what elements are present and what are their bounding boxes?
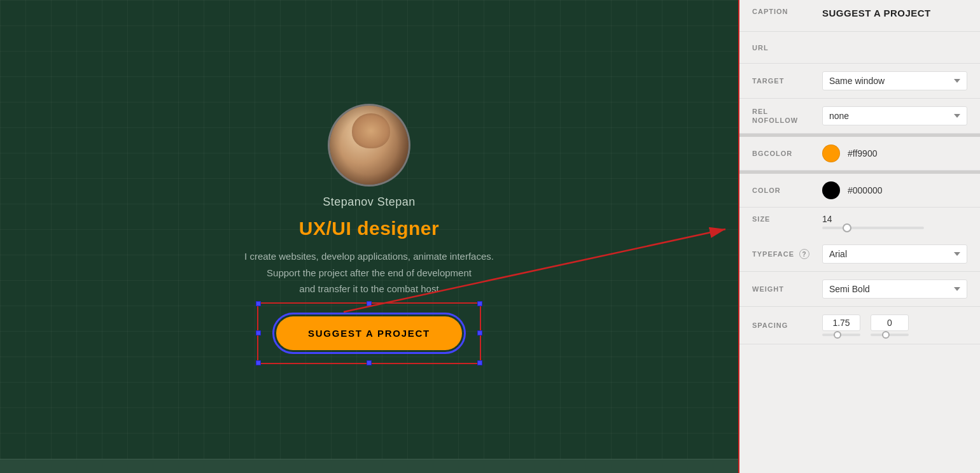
weight-row: WEIGHT Semi Bold xyxy=(739,272,980,307)
avatar-face xyxy=(330,104,409,187)
canvas-area: Stepanov Stepan UX/UI designer I create … xyxy=(0,0,738,473)
typeface-chevron-icon xyxy=(954,252,960,256)
spacing-input-2 xyxy=(871,314,909,336)
bgcolor-row: BGCOLOR #ff9900 xyxy=(739,137,980,171)
weight-select[interactable]: Semi Bold xyxy=(822,279,967,299)
rel-row: REL NOFOLLOW none xyxy=(739,99,980,134)
rel-label: REL NOFOLLOW xyxy=(752,107,822,125)
caption-row: CAPTION SUGGEST A PROJECT xyxy=(739,0,980,32)
canvas-content: Stepanov Stepan UX/UI designer I create … xyxy=(244,104,494,350)
suggest-button[interactable]: SUGGEST A PROJECT xyxy=(276,316,462,350)
typeface-value: Arial xyxy=(829,249,847,259)
target-row: TARGET Same window xyxy=(739,64,980,99)
spacing-value-2[interactable] xyxy=(871,314,909,331)
color-value: #000000 xyxy=(848,185,967,195)
url-label: URL xyxy=(752,44,822,52)
bgcolor-label: BGCOLOR xyxy=(752,150,822,157)
rel-value: none xyxy=(829,111,849,121)
typeface-select[interactable]: Arial xyxy=(822,244,967,264)
spacing-slider-thumb-1[interactable] xyxy=(834,331,841,339)
weight-label: WEIGHT xyxy=(752,285,822,293)
person-name: Stepanov Stepan xyxy=(323,195,416,209)
spacing-inputs xyxy=(822,314,909,336)
rel-chevron-icon xyxy=(954,114,960,118)
person-description: I create websites, develop applications,… xyxy=(244,248,494,297)
handle-bm[interactable] xyxy=(367,360,372,365)
spacing-label: SPACING xyxy=(752,321,822,329)
target-label: TARGET xyxy=(752,77,822,85)
handle-mr[interactable] xyxy=(477,330,482,335)
button-wrapper: SUGGEST A PROJECT xyxy=(276,316,462,350)
target-value: Same window xyxy=(829,76,885,86)
spacing-input-1 xyxy=(822,314,860,336)
person-title: UX/UI designer xyxy=(299,218,439,239)
spacing-slider-thumb-2[interactable] xyxy=(882,331,890,339)
color-row: COLOR #000000 xyxy=(739,174,980,208)
handle-bl[interactable] xyxy=(256,360,261,365)
target-select[interactable]: Same window xyxy=(822,71,967,90)
spacing-slider-2[interactable] xyxy=(871,334,909,336)
color-swatch[interactable] xyxy=(822,181,840,199)
size-value: 14 xyxy=(822,214,967,224)
properties-panel: CAPTION SUGGEST A PROJECT URL TARGET Sam… xyxy=(738,0,980,473)
typeface-help-icon[interactable]: ? xyxy=(799,249,809,259)
spacing-slider-1[interactable] xyxy=(822,334,860,336)
caption-value: SUGGEST A PROJECT xyxy=(822,8,931,18)
spacing-value-1[interactable] xyxy=(822,314,860,331)
weight-chevron-icon xyxy=(954,287,960,291)
handle-tm[interactable] xyxy=(367,301,372,306)
size-row: SIZE 14 xyxy=(739,208,980,227)
handle-tl[interactable] xyxy=(256,301,261,306)
url-input[interactable] xyxy=(822,43,967,53)
handle-br[interactable] xyxy=(477,360,482,365)
typeface-label: TYPEFACE ? xyxy=(752,249,822,259)
rel-select[interactable]: none xyxy=(822,106,967,125)
ruler-bottom xyxy=(0,459,738,473)
size-label: SIZE xyxy=(752,215,822,223)
bgcolor-swatch[interactable] xyxy=(822,145,840,162)
size-slider-thumb[interactable] xyxy=(843,223,851,232)
weight-value: Semi Bold xyxy=(829,284,870,294)
avatar xyxy=(328,104,410,187)
handle-tr[interactable] xyxy=(477,301,482,306)
caption-label: CAPTION xyxy=(752,8,822,15)
size-slider-container xyxy=(739,227,980,237)
handle-ml[interactable] xyxy=(256,330,261,335)
spacing-row: SPACING xyxy=(739,307,980,344)
typeface-row: TYPEFACE ? Arial xyxy=(739,237,980,272)
target-chevron-icon xyxy=(954,79,960,83)
size-slider[interactable] xyxy=(822,227,924,229)
url-row: URL xyxy=(739,32,980,64)
bgcolor-value: #ff9900 xyxy=(848,148,967,159)
color-label: COLOR xyxy=(752,187,822,194)
